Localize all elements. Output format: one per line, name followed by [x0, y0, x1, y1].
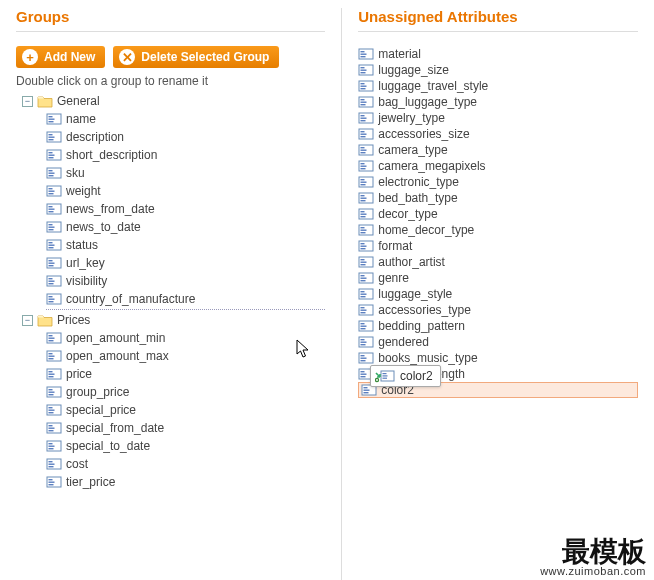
group-node[interactable]: −Prices	[16, 311, 325, 329]
attribute-icon	[358, 287, 374, 301]
attribute-icon	[46, 256, 62, 270]
unassigned-item[interactable]: camera_megapixels	[358, 158, 638, 174]
attribute-label: decor_type	[378, 207, 437, 221]
unassigned-item[interactable]: home_decor_type	[358, 222, 638, 238]
attribute-icon	[46, 457, 62, 471]
attribute-node[interactable]: news_to_date	[46, 218, 325, 236]
attribute-icon	[358, 159, 374, 173]
delete-selected-group-button[interactable]: ✕Delete Selected Group	[113, 46, 279, 68]
unassigned-item[interactable]: luggage_travel_style	[358, 78, 638, 94]
attribute-node[interactable]: short_description	[46, 146, 325, 164]
unassigned-item[interactable]: necklace_length	[358, 366, 638, 382]
attribute-node[interactable]: description	[46, 128, 325, 146]
unassigned-item[interactable]: format	[358, 238, 638, 254]
attribute-label: open_amount_min	[66, 331, 165, 345]
attribute-node[interactable]: special_to_date	[46, 437, 325, 455]
attribute-label: electronic_type	[378, 175, 459, 189]
attribute-label: bed_bath_type	[378, 191, 457, 205]
attribute-icon	[361, 383, 377, 397]
attribute-label: home_decor_type	[378, 223, 474, 237]
attribute-icon	[358, 223, 374, 237]
attribute-icon	[358, 367, 374, 381]
unassigned-item[interactable]: luggage_style	[358, 286, 638, 302]
unassigned-item[interactable]: color2	[358, 382, 638, 398]
attribute-label: books_music_type	[378, 351, 477, 365]
attribute-icon	[358, 127, 374, 141]
attribute-icon	[46, 439, 62, 453]
attribute-label: format	[378, 239, 412, 253]
attribute-icon	[46, 403, 62, 417]
attribute-icon	[46, 274, 62, 288]
unassigned-item[interactable]: accessories_size	[358, 126, 638, 142]
attribute-label: camera_type	[378, 143, 447, 157]
group-label: Prices	[57, 313, 90, 327]
attribute-label: luggage_size	[378, 63, 449, 77]
unassigned-item[interactable]: accessories_type	[358, 302, 638, 318]
attribute-icon	[46, 220, 62, 234]
collapse-toggle[interactable]: −	[22, 315, 33, 326]
attribute-node[interactable]: name	[46, 110, 325, 128]
groups-title: Groups	[16, 8, 325, 25]
attribute-node[interactable]: open_amount_max	[46, 347, 325, 365]
attribute-label: tier_price	[66, 475, 115, 489]
add-new-button[interactable]: +Add New	[16, 46, 105, 68]
attribute-node[interactable]: sku	[46, 164, 325, 182]
unassigned-panel: Unassigned Attributes materialluggage_si…	[342, 8, 654, 580]
folder-icon	[37, 94, 53, 108]
unassigned-item[interactable]: bag_luggage_type	[358, 94, 638, 110]
attribute-icon	[46, 475, 62, 489]
group-node[interactable]: −General	[16, 92, 325, 110]
unassigned-item[interactable]: author_artist	[358, 254, 638, 270]
collapse-toggle[interactable]: −	[22, 96, 33, 107]
attribute-node[interactable]: weight	[46, 182, 325, 200]
attribute-node[interactable]: url_key	[46, 254, 325, 272]
unassigned-item[interactable]: luggage_size	[358, 62, 638, 78]
attribute-node[interactable]: special_price	[46, 401, 325, 419]
attribute-icon	[46, 202, 62, 216]
attribute-label: author_artist	[378, 255, 445, 269]
unassigned-item[interactable]: decor_type	[358, 206, 638, 222]
attribute-node[interactable]: cost	[46, 455, 325, 473]
attribute-node[interactable]: open_amount_min	[46, 329, 325, 347]
attribute-icon	[358, 95, 374, 109]
attribute-label: sku	[66, 166, 85, 180]
attribute-icon	[46, 184, 62, 198]
unassigned-item[interactable]: camera_type	[358, 142, 638, 158]
attribute-icon	[46, 130, 62, 144]
unassigned-item[interactable]: bedding_pattern	[358, 318, 638, 334]
attribute-node[interactable]: price	[46, 365, 325, 383]
attribute-node[interactable]: status	[46, 236, 325, 254]
unassigned-item[interactable]: electronic_type	[358, 174, 638, 190]
attribute-label: special_to_date	[66, 439, 150, 453]
drop-indicator	[46, 309, 325, 310]
attribute-label: special_from_date	[66, 421, 164, 435]
attribute-icon	[46, 385, 62, 399]
groups-scroll[interactable]: −Generalnamedescriptionshort_description…	[16, 92, 325, 522]
attribute-node[interactable]: visibility	[46, 272, 325, 290]
attribute-icon	[358, 351, 374, 365]
attribute-label: bedding_pattern	[378, 319, 465, 333]
attribute-icon	[358, 255, 374, 269]
unassigned-item[interactable]: gendered	[358, 334, 638, 350]
attribute-node[interactable]: group_price	[46, 383, 325, 401]
attribute-label: special_price	[66, 403, 136, 417]
attribute-label: news_from_date	[66, 202, 155, 216]
attribute-icon	[358, 111, 374, 125]
attribute-node[interactable]: special_from_date	[46, 419, 325, 437]
unassigned-item[interactable]: genre	[358, 270, 638, 286]
folder-icon	[37, 313, 53, 327]
attribute-node[interactable]: tier_price	[46, 473, 325, 491]
attribute-label: url_key	[66, 256, 105, 270]
attribute-icon	[358, 47, 374, 61]
unassigned-item[interactable]: jewelry_type	[358, 110, 638, 126]
unassigned-item[interactable]: material	[358, 46, 638, 62]
unassigned-scroll[interactable]: materialluggage_sizeluggage_travel_style…	[358, 46, 638, 511]
attribute-node[interactable]: country_of_manufacture	[46, 290, 325, 308]
attribute-label: short_description	[66, 148, 157, 162]
groups-toolbar: +Add New ✕Delete Selected Group	[16, 46, 325, 68]
group-label: General	[57, 94, 100, 108]
attribute-label: luggage_style	[378, 287, 452, 301]
unassigned-item[interactable]: books_music_type	[358, 350, 638, 366]
attribute-node[interactable]: news_from_date	[46, 200, 325, 218]
unassigned-item[interactable]: bed_bath_type	[358, 190, 638, 206]
